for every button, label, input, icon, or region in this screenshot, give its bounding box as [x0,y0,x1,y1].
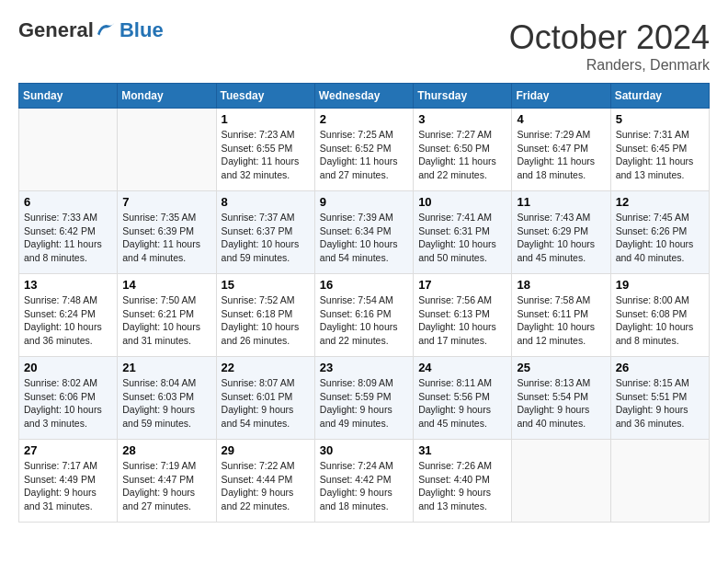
calendar-cell: 27Sunrise: 7:17 AMSunset: 4:49 PMDayligh… [19,440,118,523]
logo: General Blue [18,18,164,42]
calendar-week-row: 27Sunrise: 7:17 AMSunset: 4:49 PMDayligh… [19,440,710,523]
calendar-cell: 25Sunrise: 8:13 AMSunset: 5:54 PMDayligh… [512,357,610,440]
cell-info: Sunrise: 7:58 AMSunset: 6:11 PMDaylight:… [517,293,605,348]
cell-info: Sunrise: 7:52 AMSunset: 6:18 PMDaylight:… [222,293,310,348]
cell-info: Sunrise: 8:04 AMSunset: 6:03 PMDaylight:… [122,376,210,431]
day-number: 30 [320,443,408,457]
day-number: 6 [24,195,112,209]
calendar-cell [512,440,610,523]
cell-info: Sunrise: 8:11 AMSunset: 5:56 PMDaylight:… [418,376,506,431]
calendar-cell: 16Sunrise: 7:54 AMSunset: 6:16 PMDayligh… [314,274,413,357]
cell-info: Sunrise: 7:22 AMSunset: 4:44 PMDaylight:… [222,459,310,513]
page-header: General Blue October 2024 Randers, Denma… [18,18,710,74]
cell-info: Sunrise: 7:23 AMSunset: 6:55 PMDaylight:… [222,128,310,182]
weekday-header: Friday [512,84,610,109]
calendar-week-row: 13Sunrise: 7:48 AMSunset: 6:24 PMDayligh… [19,274,710,357]
cell-info: Sunrise: 7:39 AMSunset: 6:34 PMDaylight:… [320,211,408,265]
calendar-table: SundayMondayTuesdayWednesdayThursdayFrid… [18,83,710,523]
calendar-cell: 8Sunrise: 7:37 AMSunset: 6:37 PMDaylight… [216,191,314,274]
calendar-cell: 2Sunrise: 7:25 AMSunset: 6:52 PMDaylight… [314,109,413,191]
calendar-cell: 28Sunrise: 7:19 AMSunset: 4:47 PMDayligh… [118,440,216,523]
calendar-cell: 15Sunrise: 7:52 AMSunset: 6:18 PMDayligh… [216,274,314,357]
month-title: October 2024 [509,18,710,57]
day-number: 14 [122,278,210,292]
calendar-cell: 30Sunrise: 7:24 AMSunset: 4:42 PMDayligh… [314,440,413,523]
cell-info: Sunrise: 7:25 AMSunset: 6:52 PMDaylight:… [320,128,408,182]
calendar-cell: 14Sunrise: 7:50 AMSunset: 6:21 PMDayligh… [118,274,216,357]
cell-info: Sunrise: 8:02 AMSunset: 6:06 PMDaylight:… [24,376,112,431]
day-number: 7 [122,195,210,209]
cell-info: Sunrise: 8:13 AMSunset: 5:54 PMDaylight:… [517,376,605,431]
calendar-cell [19,109,118,191]
logo-blue: Blue [119,18,164,42]
day-number: 28 [122,443,210,457]
weekday-header: Sunday [19,84,118,109]
day-number: 3 [418,112,506,126]
day-number: 12 [616,195,704,209]
day-number: 8 [222,195,310,209]
calendar-cell: 29Sunrise: 7:22 AMSunset: 4:44 PMDayligh… [216,440,314,523]
cell-info: Sunrise: 7:41 AMSunset: 6:31 PMDaylight:… [418,211,506,265]
day-number: 20 [24,361,112,374]
day-number: 11 [517,195,605,209]
calendar-cell: 9Sunrise: 7:39 AMSunset: 6:34 PMDaylight… [314,191,413,274]
calendar-cell: 10Sunrise: 7:41 AMSunset: 6:31 PMDayligh… [414,191,512,274]
calendar-cell: 6Sunrise: 7:33 AMSunset: 6:42 PMDaylight… [19,191,118,274]
calendar-cell: 4Sunrise: 7:29 AMSunset: 6:47 PMDaylight… [512,109,610,191]
cell-info: Sunrise: 7:24 AMSunset: 4:42 PMDaylight:… [320,459,408,513]
day-number: 31 [418,443,506,457]
cell-info: Sunrise: 7:26 AMSunset: 4:40 PMDaylight:… [418,459,506,513]
cell-info: Sunrise: 7:35 AMSunset: 6:39 PMDaylight:… [122,211,210,265]
calendar-cell: 22Sunrise: 8:07 AMSunset: 6:01 PMDayligh… [216,357,314,440]
weekday-header: Thursday [414,84,512,109]
weekday-header: Tuesday [216,84,314,109]
day-number: 9 [320,195,408,209]
title-block: October 2024 Randers, Denmark [509,18,710,74]
day-number: 29 [222,443,310,457]
day-number: 1 [222,112,310,126]
weekday-header: Monday [118,84,216,109]
calendar-cell: 17Sunrise: 7:56 AMSunset: 6:13 PMDayligh… [414,274,512,357]
location-title: Randers, Denmark [509,57,710,74]
cell-info: Sunrise: 7:19 AMSunset: 4:47 PMDaylight:… [122,459,210,513]
cell-info: Sunrise: 7:48 AMSunset: 6:24 PMDaylight:… [24,293,112,348]
calendar-cell: 19Sunrise: 8:00 AMSunset: 6:08 PMDayligh… [610,274,709,357]
cell-info: Sunrise: 7:54 AMSunset: 6:16 PMDaylight:… [320,293,408,348]
day-number: 26 [616,361,704,374]
cell-info: Sunrise: 8:15 AMSunset: 5:51 PMDaylight:… [616,376,704,431]
cell-info: Sunrise: 7:56 AMSunset: 6:13 PMDaylight:… [418,293,506,348]
calendar-cell: 23Sunrise: 8:09 AMSunset: 5:59 PMDayligh… [314,357,413,440]
day-number: 23 [320,361,408,374]
calendar-cell: 24Sunrise: 8:11 AMSunset: 5:56 PMDayligh… [414,357,512,440]
calendar-cell: 26Sunrise: 8:15 AMSunset: 5:51 PMDayligh… [610,357,709,440]
calendar-week-row: 1Sunrise: 7:23 AMSunset: 6:55 PMDaylight… [19,109,710,191]
calendar-cell [610,440,709,523]
calendar-cell [118,109,216,191]
calendar-week-row: 20Sunrise: 8:02 AMSunset: 6:06 PMDayligh… [19,357,710,440]
day-number: 25 [517,361,605,374]
cell-info: Sunrise: 7:17 AMSunset: 4:49 PMDaylight:… [24,459,112,513]
calendar-cell: 12Sunrise: 7:45 AMSunset: 6:26 PMDayligh… [610,191,709,274]
cell-info: Sunrise: 8:09 AMSunset: 5:59 PMDaylight:… [320,376,408,431]
calendar-cell: 20Sunrise: 8:02 AMSunset: 6:06 PMDayligh… [19,357,118,440]
day-number: 13 [24,278,112,292]
calendar-week-row: 6Sunrise: 7:33 AMSunset: 6:42 PMDaylight… [19,191,710,274]
calendar-cell: 11Sunrise: 7:43 AMSunset: 6:29 PMDayligh… [512,191,610,274]
day-number: 22 [222,361,310,374]
day-number: 16 [320,278,408,292]
weekday-header: Wednesday [314,84,413,109]
cell-info: Sunrise: 7:37 AMSunset: 6:37 PMDaylight:… [222,211,310,265]
day-number: 19 [616,278,704,292]
day-number: 21 [122,361,210,374]
weekday-header-row: SundayMondayTuesdayWednesdayThursdayFrid… [19,84,710,109]
cell-info: Sunrise: 8:00 AMSunset: 6:08 PMDaylight:… [616,293,704,348]
calendar-cell: 13Sunrise: 7:48 AMSunset: 6:24 PMDayligh… [19,274,118,357]
day-number: 17 [418,278,506,292]
cell-info: Sunrise: 7:45 AMSunset: 6:26 PMDaylight:… [616,211,704,265]
calendar-cell: 21Sunrise: 8:04 AMSunset: 6:03 PMDayligh… [118,357,216,440]
cell-info: Sunrise: 7:31 AMSunset: 6:45 PMDaylight:… [616,128,704,182]
day-number: 2 [320,112,408,126]
calendar-cell: 7Sunrise: 7:35 AMSunset: 6:39 PMDaylight… [118,191,216,274]
calendar-cell: 3Sunrise: 7:27 AMSunset: 6:50 PMDaylight… [414,109,512,191]
cell-info: Sunrise: 7:33 AMSunset: 6:42 PMDaylight:… [24,211,112,265]
